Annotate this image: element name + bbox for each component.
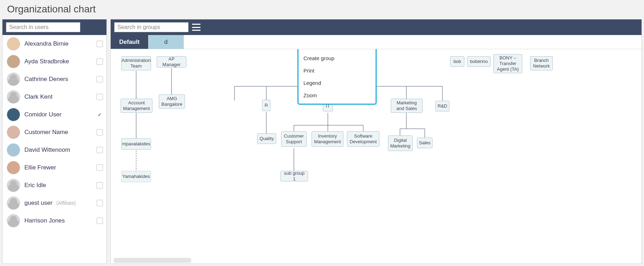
user-checkbox[interactable]	[97, 218, 103, 224]
user-row[interactable]: Eric Idle	[2, 177, 106, 194]
page-title: Organizational chart	[0, 0, 644, 19]
node-boberino[interactable]: boberino	[467, 56, 491, 67]
user-checkbox[interactable]	[97, 182, 103, 189]
node-account-mgmt[interactable]: Account Management	[121, 99, 152, 113]
avatar	[7, 161, 20, 174]
groups-header	[111, 19, 642, 35]
users-header	[2, 19, 106, 35]
menu-item-legend[interactable]: Legend	[298, 77, 376, 89]
user-row[interactable]: David Wittenoom	[2, 141, 106, 159]
groups-search-input[interactable]	[114, 22, 188, 32]
node-quality[interactable]: Quality	[257, 133, 276, 144]
menu-item-create-group[interactable]: Create group	[298, 52, 376, 64]
chart-body[interactable]: Administration Team AP Manager AMG Banga…	[111, 49, 642, 264]
user-checkbox[interactable]	[97, 164, 103, 171]
user-name: Customer Name	[24, 129, 94, 136]
avatar	[7, 196, 20, 210]
avatar	[7, 55, 20, 68]
user-sub: (Affiliate)	[56, 200, 76, 206]
user-row[interactable]: Ellie Frewer	[2, 159, 106, 177]
avatar	[7, 126, 20, 139]
node-branch[interactable]: Branch Network	[530, 56, 553, 70]
user-name: Comidor User	[24, 111, 94, 118]
node-amg-bangalore[interactable]: AMG Bangalore	[159, 94, 185, 109]
node-sub-group[interactable]: sub group 1	[280, 171, 308, 181]
node-sales[interactable]: Sales	[417, 138, 433, 148]
node-yamahakides[interactable]: Yamahakides	[121, 171, 151, 182]
node-bob[interactable]: bob	[450, 56, 464, 67]
user-list[interactable]: Alexandra BirnieAyda StradbrokeCathrine …	[2, 35, 106, 264]
chart-panel: Defaultd	[110, 19, 642, 264]
avatar	[7, 214, 20, 227]
user-checkbox[interactable]	[97, 94, 103, 100]
user-row[interactable]: Alexandra Birnie	[2, 35, 106, 53]
avatar	[7, 143, 20, 157]
node-ap-manager[interactable]: AP Manager	[157, 56, 186, 68]
user-name: Alexandra Birnie	[24, 40, 94, 47]
node-software-dev[interactable]: Software Development	[347, 131, 379, 147]
node-bony[interactable]: BONY – Transfer Agent (TA)	[493, 54, 522, 73]
hamburger-icon[interactable]	[192, 24, 201, 31]
avatar	[7, 37, 20, 51]
user-name: Cathrine Deners	[24, 76, 94, 83]
user-name: David Wittenoom	[24, 146, 94, 154]
user-name: Clark Kent	[24, 93, 94, 100]
user-checkbox[interactable]	[97, 76, 103, 82]
node-mpaxalakides[interactable]: mpaxalakides	[121, 138, 151, 150]
tab-default[interactable]: Default	[111, 35, 149, 49]
user-row[interactable]: Customer Name	[2, 123, 106, 141]
node-admin-team[interactable]: Administration Team	[121, 56, 151, 70]
menu-item-add-user[interactable]: Add user	[298, 49, 376, 52]
horizontal-scrollbar[interactable]	[114, 258, 191, 263]
user-row[interactable]: Harrison Jones	[2, 212, 106, 230]
user-name: guest user (Affiliate)	[24, 200, 94, 207]
user-checkbox[interactable]	[97, 129, 103, 135]
user-name: Ayda Stradbroke	[24, 58, 94, 65]
node-digital-marketing[interactable]: Digital Marketing	[388, 135, 413, 151]
menu-item-zoom[interactable]: Zoom	[298, 89, 376, 102]
tab-d[interactable]: d	[149, 35, 184, 49]
user-row[interactable]: guest user (Affiliate)	[2, 194, 106, 212]
node-inventory[interactable]: Inventory Management	[312, 131, 343, 147]
user-checkbox[interactable]	[97, 147, 103, 153]
user-row[interactable]: Cathrine Deners	[2, 70, 106, 88]
tabs: Defaultd	[111, 35, 642, 49]
users-panel: Alexandra BirnieAyda StradbrokeCathrine …	[2, 19, 107, 264]
user-checkbox[interactable]: ✓	[97, 111, 103, 118]
users-search-input[interactable]	[6, 22, 80, 32]
avatar	[7, 90, 20, 104]
avatar	[7, 73, 20, 86]
user-row[interactable]: Clark Kent	[2, 88, 106, 106]
user-row[interactable]: Ayda Stradbroke	[2, 53, 106, 70]
node-rd[interactable]: R&D	[435, 101, 449, 111]
user-checkbox[interactable]	[97, 41, 103, 47]
chart-actions-menu: Add userCreate groupPrintLegendZoom	[297, 49, 377, 105]
menu-item-print[interactable]: Print	[298, 64, 376, 77]
user-name: Ellie Frewer	[24, 164, 94, 171]
avatar	[7, 179, 20, 192]
user-row[interactable]: Comidor User✓	[2, 106, 106, 123]
user-name: Harrison Jones	[24, 217, 94, 224]
node-marketing-sales[interactable]: Marketing and Sales	[391, 99, 423, 113]
node-customer-support[interactable]: Customer Support	[281, 131, 307, 147]
avatar	[7, 108, 20, 121]
user-checkbox[interactable]	[97, 200, 103, 206]
user-checkbox[interactable]	[97, 58, 103, 65]
user-name: Eric Idle	[24, 182, 94, 189]
node-r-hidden[interactable]: R	[262, 100, 271, 111]
